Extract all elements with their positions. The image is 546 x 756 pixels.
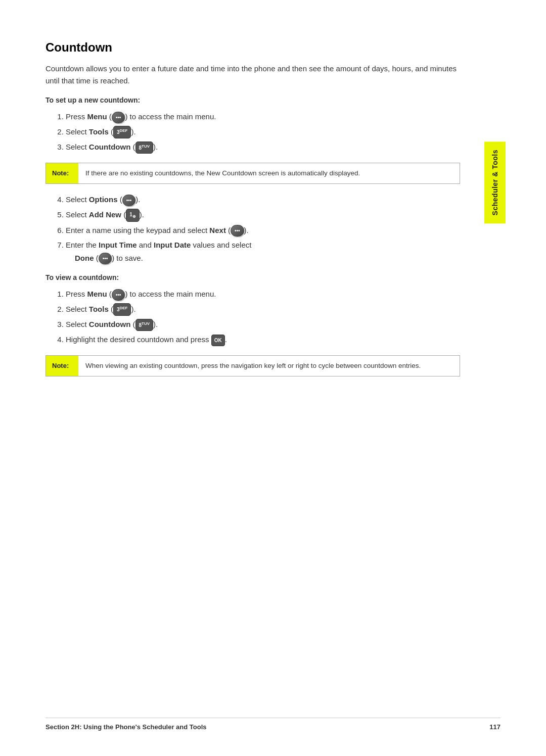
footer-right: 117 [489,723,500,731]
step-7: Enter the Input Time and Input Date valu… [66,239,460,264]
step-2: Select Tools (3DEF). [66,125,460,138]
setup-label: To set up a new countdown: [46,96,460,104]
step-2-bold: Tools [89,127,109,136]
view-label: To view a countdown: [46,273,460,281]
view-tools-key: 3DEF [113,303,131,315]
countdown-key: 8TUV [135,141,154,154]
options-key: ••• [122,195,136,206]
intro-text: Countdown allows you to enter a future d… [46,63,460,87]
side-tab: Scheduler & Tools [484,141,506,223]
ok-key: OK [211,335,225,346]
setup-steps-cont-list: Select Options (•••). Select Add New (1⊕… [66,193,460,264]
step-3: Select Countdown (8TUV). [66,140,460,154]
note-label-2: Note: [46,356,78,376]
step-4-bold: Options [89,195,118,204]
step-5-bold: Add New [89,210,121,219]
menu-key: ••• [112,112,125,123]
tools-key: 3DEF [113,126,131,138]
page-content: Scheduler & Tools Countdown Countdown al… [0,0,506,426]
note-box-1: Note: If there are no existing countdown… [46,163,460,184]
note-content-1: If there are no existing countdowns, the… [78,163,367,183]
view-step-3-bold: Countdown [89,320,130,328]
view-step-2-bold: Tools [89,305,109,313]
page-title: Countdown [46,40,460,55]
done-key: ••• [99,253,112,264]
next-key: ••• [231,225,244,237]
step-5: Select Add New (1⊕). [66,208,460,222]
step-7-bold1: Input Time [99,241,137,249]
view-steps-list: Press Menu (•••) to access the main menu… [66,288,460,346]
note-box-2: Note: When viewing an existing countdown… [46,355,460,376]
step-3-bold: Countdown [89,143,130,151]
step-1: Press Menu (•••) to access the main menu… [66,110,460,123]
page-footer: Section 2H: Using the Phone's Scheduler … [46,718,500,731]
step-6: Enter a name using the keypad and select… [66,224,460,237]
done-label: Done [75,254,94,262]
view-step-3: Select Countdown (8TUV). [66,318,460,331]
note-content-2: When viewing an existing countdown, pres… [78,356,428,376]
addnew-key: 1⊕ [126,209,140,222]
step-1-bold: Menu [87,112,107,121]
step-6-bold: Next [209,226,226,234]
view-step-1: Press Menu (•••) to access the main menu… [66,288,460,301]
footer-left: Section 2H: Using the Phone's Scheduler … [46,723,207,731]
step-7-done: Done (•••) to save. [75,254,143,262]
step-7-bold2: Input Date [154,241,191,249]
view-countdown-key: 8TUV [135,319,154,331]
step-4: Select Options (•••). [66,193,460,206]
view-menu-key: ••• [112,289,125,301]
view-step-1-bold: Menu [87,290,107,298]
view-step-2: Select Tools (3DEF). [66,303,460,316]
setup-steps-list: Press Menu (•••) to access the main menu… [66,110,460,154]
view-step-4: Highlight the desired countdown and pres… [66,333,460,346]
note-label-1: Note: [46,163,78,183]
